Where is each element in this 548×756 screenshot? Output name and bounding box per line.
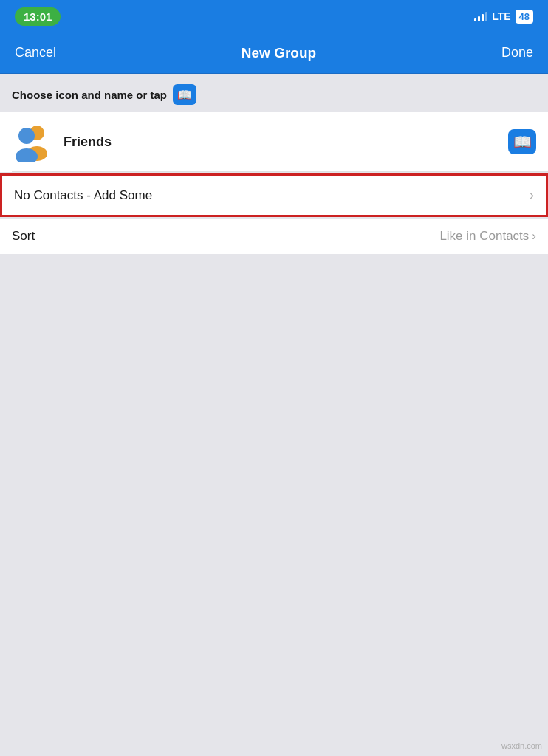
section-header-text: Choose icon and name or tap	[12, 89, 167, 101]
no-contacts-text: No Contacts - Add Some	[14, 188, 152, 203]
status-right: LTE 48	[474, 10, 533, 24]
nav-bar: Cancel New Group Done	[0, 32, 548, 74]
divider-1	[12, 171, 548, 172]
svg-point-2	[18, 128, 35, 144]
battery-indicator: 48	[516, 10, 533, 24]
book-icon-large[interactable]: 📖	[508, 129, 536, 154]
contacts-chevron-icon: ›	[530, 188, 534, 203]
group-avatar[interactable]	[12, 121, 53, 162]
status-time: 13:01	[15, 7, 61, 26]
group-avatar-icon	[12, 121, 53, 162]
sort-value: Like in Contacts ›	[439, 229, 536, 244]
group-name-input[interactable]	[64, 134, 498, 150]
section-header: Choose icon and name or tap 📖	[0, 74, 548, 112]
sort-chevron-icon: ›	[532, 229, 536, 244]
sort-row[interactable]: Sort Like in Contacts ›	[0, 219, 548, 254]
signal-bar-3	[482, 14, 484, 21]
book-icon-small-glyph: 📖	[177, 88, 192, 102]
signal-bars	[474, 11, 487, 21]
group-name-row: 📖	[0, 112, 548, 171]
book-icon-large-glyph: 📖	[513, 133, 532, 151]
cancel-button[interactable]: Cancel	[15, 45, 56, 61]
nav-title: New Group	[242, 45, 316, 61]
sort-label: Sort	[12, 229, 35, 244]
watermark: wsxdn.com	[501, 741, 542, 750]
signal-bar-2	[478, 16, 480, 21]
signal-bar-4	[485, 12, 487, 21]
no-contacts-row[interactable]: No Contacts - Add Some ›	[0, 173, 548, 217]
lte-label: LTE	[492, 10, 510, 22]
sort-value-text: Like in Contacts	[439, 229, 529, 244]
signal-bar-1	[474, 18, 476, 21]
status-bar: 13:01 LTE 48	[0, 0, 548, 32]
book-icon-small[interactable]: 📖	[173, 84, 196, 105]
battery-number: 48	[519, 11, 530, 22]
group-name-section: 📖	[0, 112, 548, 172]
content-area: Choose icon and name or tap 📖 📖	[0, 74, 548, 254]
done-button[interactable]: Done	[501, 45, 533, 61]
